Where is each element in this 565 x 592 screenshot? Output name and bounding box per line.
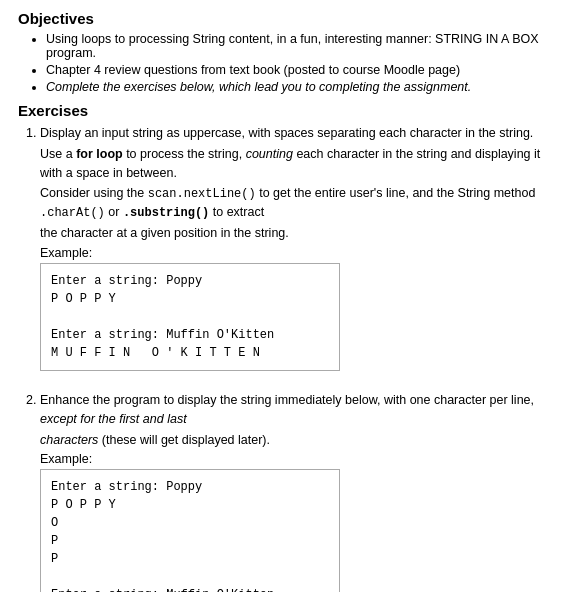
exercise-2-example-label: Example:: [40, 452, 547, 466]
exercise-1-example-label: Example:: [40, 246, 547, 260]
exercise-item-2: Enhance the program to display the strin…: [40, 391, 547, 592]
objective-item-1: Using loops to processing String content…: [46, 32, 547, 60]
exercise-1-desc: Display an input string as uppercase, wi…: [40, 124, 547, 243]
exercise-2-line-2: characters (these will get displayed lat…: [40, 431, 547, 450]
exercises-list: Display an input string as uppercase, wi…: [40, 124, 547, 592]
objective-item-3: Complete the exercises below, which lead…: [46, 80, 547, 94]
objectives-heading: Objectives: [18, 10, 547, 27]
exercise-1-line-1: Display an input string as uppercase, wi…: [40, 124, 547, 143]
objectives-list: Using loops to processing String content…: [46, 32, 547, 94]
exercise-2-desc: Enhance the program to display the strin…: [40, 391, 547, 449]
exercises-heading: Exercises: [18, 102, 547, 119]
exercise-item-1: Display an input string as uppercase, wi…: [40, 124, 547, 381]
exercises-section: Exercises Display an input string as upp…: [18, 102, 547, 592]
exercise-1-line-2: Use a for loop to process the string, co…: [40, 145, 547, 183]
exercise-1-line-4: the character at a given position in the…: [40, 224, 547, 243]
exercise-2-code-box: Enter a string: Poppy P O P P Y O P P En…: [40, 469, 340, 592]
exercise-2-line-1: Enhance the program to display the strin…: [40, 391, 547, 429]
exercise-1-code-box: Enter a string: Poppy P O P P Y Enter a …: [40, 263, 340, 371]
objective-item-2: Chapter 4 review questions from text boo…: [46, 63, 547, 77]
exercise-1-line-3: Consider using the scan.nextLine() to ge…: [40, 184, 547, 222]
